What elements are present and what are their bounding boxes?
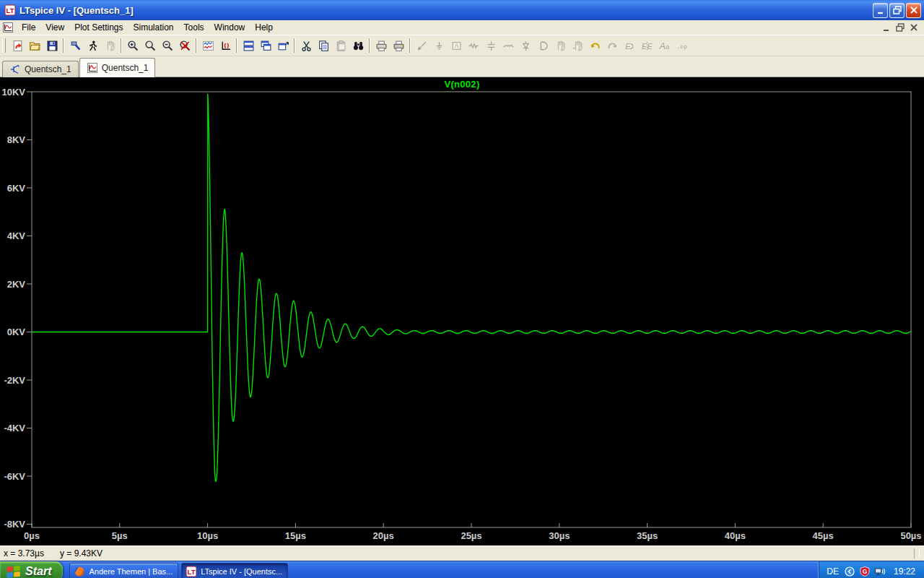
menu-item-window[interactable]: Window	[209, 21, 250, 34]
title-bar[interactable]: LT LTspice IV - [Quentsch_1]	[0, 0, 924, 20]
svg-text:A: A	[454, 42, 458, 49]
tile-windows-button[interactable]	[240, 37, 257, 54]
menu-item-plot-settings[interactable]: Plot Settings	[69, 21, 128, 34]
capacitor-icon	[485, 40, 497, 52]
gdata-antivirus: G	[859, 566, 871, 577]
menu-item-view[interactable]: View	[40, 21, 69, 34]
child-window-icon[interactable]	[2, 22, 14, 33]
min-glyph-dark	[881, 22, 892, 33]
window-arrange-icon	[277, 40, 289, 52]
cursor-x-readout: x = 3.73µs	[4, 548, 44, 558]
mirror-button: EE	[638, 37, 655, 54]
waveform-pane[interactable]: 10KV8KV6KV4KV2KV0KV-2KV-4KV-6KV-8KV0µs5µ…	[0, 77, 924, 545]
control-panel-button[interactable]	[66, 37, 84, 54]
y-tick-label: -2KV	[4, 375, 25, 386]
cut-button[interactable]	[297, 37, 315, 54]
net-label-icon: A	[450, 40, 463, 52]
restore-glyph-dark	[894, 22, 906, 33]
autorange-icon	[202, 40, 214, 52]
gdata-antivirus[interactable]: G	[859, 566, 871, 577]
component-icon	[537, 40, 549, 52]
y-tick-label: 2KV	[7, 279, 26, 290]
start-button[interactable]: Start	[0, 561, 63, 578]
close-button[interactable]	[906, 3, 921, 18]
start-label: Start	[25, 565, 51, 578]
start-flag-icon	[6, 564, 22, 578]
x-tick-label: 10µs	[197, 530, 218, 541]
zoom-full-extents-button[interactable]	[141, 37, 159, 54]
copy-button[interactable]	[315, 37, 332, 54]
restore-button[interactable]	[889, 3, 905, 18]
taskbar: Start Andere Themen | Bas...LTLTspice IV…	[0, 561, 924, 578]
waveform-canvas[interactable]: 10KV8KV6KV4KV2KV0KV-2KV-4KV-6KV-8KV0µs5µ…	[0, 77, 924, 545]
ltspice-window: LT LTspice IV - [Quentsch_1] FileViewPlo…	[0, 0, 924, 578]
move-hand-icon	[554, 40, 567, 52]
menu-item-file[interactable]: File	[17, 21, 40, 34]
ltspice-logo-icon: LT	[4, 4, 16, 16]
x-tick-label: 35µs	[637, 530, 658, 541]
undo-button[interactable]	[586, 37, 603, 54]
svg-text:a: a	[666, 43, 669, 51]
zoom-in-button[interactable]	[124, 37, 141, 54]
folder-open-icon	[29, 40, 41, 52]
new-schematic-button[interactable]	[9, 37, 26, 54]
toolbar-separator	[196, 38, 197, 53]
svg-text:E: E	[625, 41, 631, 50]
zoom-out-icon	[162, 40, 174, 52]
close-glyph-white	[908, 4, 920, 16]
tab-quentsch_1-2[interactable]: Quentsch_1	[79, 58, 156, 77]
taskbar-button-1[interactable]: Andere Themen | Bas...	[69, 563, 178, 578]
save-button[interactable]	[43, 37, 61, 54]
taskbar-button-2[interactable]: LTLTspice IV - [Quentsc...	[181, 563, 288, 578]
child-restore-button[interactable]	[894, 22, 906, 33]
plot-trace-title[interactable]: V(n002)	[0, 79, 924, 90]
doc-new-icon	[12, 40, 24, 52]
menu-item-simulation[interactable]: Simulation	[128, 21, 179, 34]
drag-button	[569, 37, 586, 54]
x-tick-label: 5µs	[112, 530, 128, 541]
zoom-out-button[interactable]	[159, 37, 176, 54]
hide-icons-arrow[interactable]	[844, 566, 855, 577]
child-minimize-button[interactable]	[880, 22, 892, 33]
waveform-trace[interactable]	[32, 94, 911, 481]
toolbar-separator	[63, 38, 64, 53]
zoom-back-button[interactable]	[176, 37, 193, 54]
place-ground-button	[430, 37, 448, 54]
manual-limits-button[interactable]	[217, 37, 234, 54]
diode-icon	[520, 40, 532, 52]
minimize-button[interactable]	[873, 3, 888, 18]
open-file-button[interactable]	[26, 37, 43, 54]
network-status[interactable]	[874, 566, 886, 577]
toolbar-separator	[409, 38, 411, 53]
print-button[interactable]	[390, 37, 407, 54]
move-button	[552, 37, 569, 54]
floppy-icon	[46, 40, 58, 52]
find-button[interactable]	[349, 37, 367, 54]
place-resistor-button	[465, 37, 482, 54]
toolbar-grip[interactable]	[2, 38, 6, 53]
schematic-tab-icon	[9, 64, 21, 75]
waveform-tab-icon	[87, 62, 98, 74]
spice-directive-icon: .op	[676, 40, 688, 52]
cascade-windows-button[interactable]	[257, 37, 274, 54]
tab-label: Quentsch_1	[25, 64, 71, 74]
autorange-y-axis-button[interactable]	[199, 37, 217, 54]
menu-item-help[interactable]: Help	[250, 21, 278, 34]
hide-icons-arrow	[844, 566, 855, 577]
window-icon[interactable]: LT	[4, 4, 17, 17]
print-preview-button[interactable]	[372, 37, 390, 54]
wire-icon	[416, 40, 428, 52]
language-indicator[interactable]: DE	[827, 566, 839, 577]
run-simulation-button[interactable]	[84, 37, 101, 54]
close-glyph-dark	[908, 22, 920, 33]
child-close-button[interactable]	[907, 22, 920, 33]
cursor-y-readout: y = 9.43KV	[60, 548, 103, 558]
mirror-icon: EE	[641, 40, 653, 52]
tab-quentsch_1-1[interactable]: Quentsch_1	[2, 61, 79, 77]
printer-icon	[393, 40, 405, 52]
binoculars-icon	[352, 40, 365, 52]
svg-text:.op: .op	[676, 43, 687, 49]
taskbar-clock[interactable]: 19:22	[894, 566, 915, 577]
arrange-windows-button[interactable]	[274, 37, 292, 54]
menu-item-tools[interactable]: Tools	[179, 21, 209, 34]
